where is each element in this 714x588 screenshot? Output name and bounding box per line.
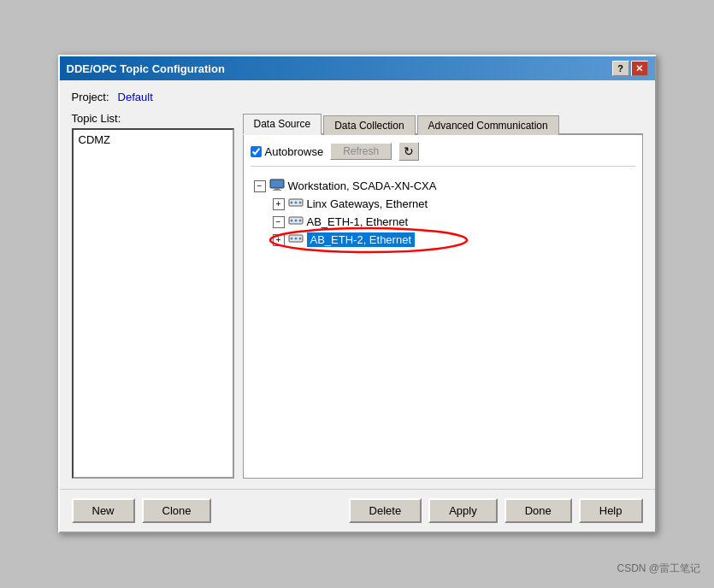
- dialog-title: DDE/OPC Topic Configuration: [67, 62, 225, 75]
- right-button-group: Delete Apply Done Help: [349, 498, 643, 523]
- new-button[interactable]: New: [72, 498, 135, 523]
- project-label: Project:: [72, 91, 109, 103]
- title-bar-buttons: ? ✕: [612, 61, 648, 76]
- refresh-icon-button[interactable]: ↻: [398, 142, 419, 161]
- tab-content-data-source: Autobrowse Refresh ↻ −: [243, 135, 643, 479]
- autobrowse-checkbox[interactable]: [251, 146, 262, 157]
- svg-rect-2: [273, 190, 281, 191]
- svg-point-9: [294, 220, 297, 222]
- autobrowse-label: Autobrowse: [265, 145, 324, 158]
- autobrowse-checkbox-label[interactable]: Autobrowse: [251, 145, 324, 158]
- tree-children-workstation: + Linx Gateways, Ethernet: [254, 195, 632, 249]
- done-button[interactable]: Done: [505, 498, 572, 523]
- tree-item-abeth2[interactable]: + AB_ETH-2, Ethernet: [273, 231, 632, 249]
- svg-point-12: [290, 238, 292, 240]
- toolbar-row: Autobrowse Refresh ↻: [251, 142, 635, 167]
- dialog-window: DDE/OPC Topic Configuration ? ✕ Project:…: [58, 55, 657, 533]
- svg-point-10: [298, 220, 301, 222]
- tab-data-source[interactable]: Data Source: [243, 114, 322, 135]
- project-row: Project: Default: [72, 91, 643, 103]
- watermark: CSDN @雷工笔记: [617, 562, 700, 576]
- svg-point-5: [294, 202, 297, 204]
- linx-icon: [288, 197, 304, 211]
- tree-expand-abeth1[interactable]: −: [273, 216, 285, 228]
- svg-point-13: [294, 238, 297, 240]
- tree-expand-workstation[interactable]: −: [254, 180, 266, 192]
- apply-button[interactable]: Apply: [428, 498, 498, 523]
- close-title-button[interactable]: ✕: [631, 61, 648, 76]
- tree-item-linx[interactable]: + Linx Gateways, Ethernet: [273, 195, 632, 213]
- abeth1-icon: [288, 215, 304, 229]
- dialog-body: Project: Default Topic List: CDMZ Data S…: [60, 80, 655, 489]
- topic-item-cdmz[interactable]: CDMZ: [75, 132, 231, 148]
- tree-expand-abeth2[interactable]: +: [273, 234, 285, 246]
- svg-point-14: [298, 238, 301, 240]
- topic-list-panel: Topic List: CDMZ: [72, 112, 234, 479]
- help-title-button[interactable]: ?: [612, 61, 629, 76]
- tree-label-workstation: Workstation, SCADA-XN-CXA: [288, 179, 437, 192]
- tabs-bar: Data Source Data Collection Advanced Com…: [243, 112, 643, 135]
- svg-point-4: [290, 202, 292, 204]
- tree-view: − Workstation, SCADA-XN-CXA: [251, 173, 635, 252]
- tree-label-abeth1: AB_ETH-1, Ethernet: [307, 215, 409, 228]
- svg-rect-0: [270, 179, 284, 188]
- right-panel: Data Source Data Collection Advanced Com…: [243, 112, 643, 479]
- clone-button[interactable]: Clone: [142, 498, 212, 523]
- tree-label-linx: Linx Gateways, Ethernet: [307, 197, 428, 210]
- tree-expand-linx[interactable]: +: [273, 198, 285, 210]
- main-content: Topic List: CDMZ Data Source Data Collec…: [72, 112, 643, 479]
- tab-data-collection[interactable]: Data Collection: [323, 115, 415, 135]
- topic-list-label: Topic List:: [72, 112, 234, 125]
- svg-point-6: [298, 202, 301, 204]
- refresh-icon: ↻: [404, 144, 414, 158]
- project-value: Default: [118, 91, 153, 103]
- tree-item-abeth1[interactable]: − AB_ETH-1, Ethernet: [273, 213, 632, 231]
- refresh-button[interactable]: Refresh: [330, 143, 392, 160]
- tree-label-abeth2: AB_ETH-2, Ethernet: [307, 232, 416, 247]
- svg-rect-1: [274, 188, 280, 190]
- delete-button[interactable]: Delete: [349, 498, 422, 523]
- title-bar: DDE/OPC Topic Configuration ? ✕: [60, 56, 655, 80]
- abeth2-icon: [288, 232, 304, 247]
- svg-point-8: [290, 220, 292, 222]
- workstation-icon: [269, 179, 285, 193]
- tree-item-workstation[interactable]: − Workstation, SCADA-XN-CXA: [254, 177, 632, 195]
- help-button[interactable]: Help: [579, 498, 643, 523]
- left-button-group: New Clone: [72, 498, 212, 523]
- tab-advanced-communication[interactable]: Advanced Communication: [417, 115, 559, 135]
- bottom-buttons: New Clone Delete Apply Done Help: [60, 489, 655, 532]
- topic-list-box[interactable]: CDMZ: [72, 128, 234, 479]
